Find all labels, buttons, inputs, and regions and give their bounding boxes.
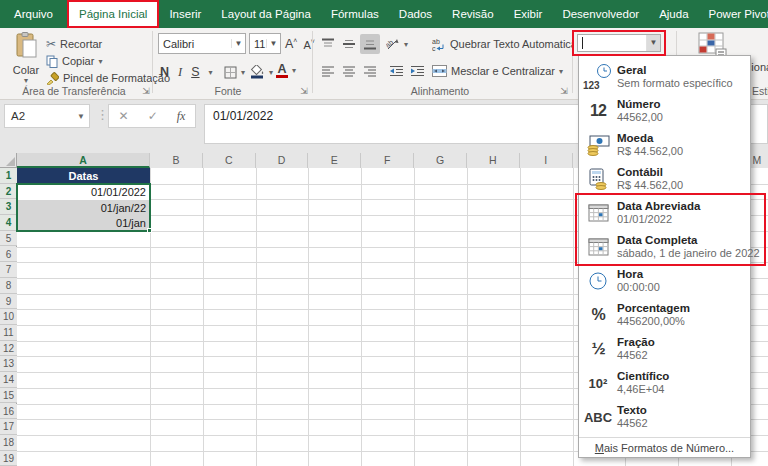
align-center-button[interactable] xyxy=(339,61,359,81)
underline-dropdown-arrow[interactable]: ▾ xyxy=(209,68,213,77)
decrease-indent-button[interactable] xyxy=(386,61,406,81)
row-header-2[interactable]: 2 xyxy=(0,184,17,200)
tab-revisao[interactable]: Revisão xyxy=(442,0,504,28)
menu-item-general[interactable]: 123 GeralSem formato específico xyxy=(579,60,750,94)
menu-item-long-date[interactable]: Data Completasábado, 1 de janeiro de 202… xyxy=(579,230,750,264)
orientation-button[interactable]: ab ▾ xyxy=(386,36,408,52)
tab-arquivo[interactable]: Arquivo xyxy=(0,0,67,28)
underline-button[interactable]: S xyxy=(191,65,199,79)
align-right-button[interactable] xyxy=(360,61,380,81)
tab-inserir[interactable]: Inserir xyxy=(159,0,211,28)
cell-A1[interactable]: Datas xyxy=(17,168,150,184)
fill-handle[interactable] xyxy=(147,228,152,233)
row-header-6[interactable]: 6 xyxy=(0,247,17,263)
font-dialog-launcher[interactable]: ⇲ xyxy=(298,85,310,97)
orientation-dropdown-arrow[interactable]: ▾ xyxy=(404,40,408,49)
menu-item-text[interactable]: ABC Texto44562 xyxy=(579,400,750,434)
row-header-12[interactable]: 12 xyxy=(0,341,17,357)
cell-A2-active[interactable]: 01/01/2022 xyxy=(17,184,150,200)
tab-ajuda[interactable]: Ajuda xyxy=(649,0,698,28)
font-size-dropdown-arrow[interactable]: ▼ xyxy=(266,39,280,48)
tab-formulas[interactable]: Fórmulas xyxy=(321,0,389,28)
tab-power-pivot[interactable]: Power Pivot xyxy=(699,0,768,28)
menu-item-short-date[interactable]: Data Abreviada01/01/2022 xyxy=(579,196,750,230)
tab-exibir[interactable]: Exibir xyxy=(504,0,553,28)
align-middle-button[interactable] xyxy=(339,34,359,54)
row-header-9[interactable]: 9 xyxy=(0,294,17,310)
more-number-formats[interactable]: Mais Formatos de Número... xyxy=(579,437,750,458)
row-header-11[interactable]: 11 xyxy=(0,325,17,341)
menu-item-percentage[interactable]: % Porcentagem4456200,00% xyxy=(579,298,750,332)
copy-button[interactable]: Copiar ▾ xyxy=(46,53,102,69)
paste-button[interactable]: Colar ▾ xyxy=(6,32,46,84)
font-name-dropdown-arrow[interactable]: ▼ xyxy=(231,39,245,48)
row-header-10[interactable]: 10 xyxy=(0,309,17,325)
grow-font-button[interactable]: A˄ xyxy=(285,37,297,51)
font-color-button[interactable]: A ▾ xyxy=(276,62,296,78)
font-name-combo[interactable]: Calibri ▼ xyxy=(158,33,246,54)
menu-item-scientific[interactable]: 10² Científico4,46E+04 xyxy=(579,366,750,400)
row-header-5[interactable]: 5 xyxy=(0,231,17,247)
column-header-D[interactable]: D xyxy=(256,153,309,168)
borders-dropdown-arrow[interactable]: ▾ xyxy=(241,68,245,77)
bold-button[interactable]: N xyxy=(160,65,169,79)
fill-color-dropdown-arrow[interactable]: ▾ xyxy=(269,68,273,77)
name-box-dropdown-arrow[interactable]: ▼ xyxy=(73,112,89,121)
row-header-1[interactable]: 1 xyxy=(0,168,17,184)
column-header-A[interactable]: A xyxy=(17,153,150,168)
column-header-I[interactable]: I xyxy=(520,153,573,168)
align-top-button[interactable] xyxy=(318,34,338,54)
tab-pagina-inicial[interactable]: Página Inicial xyxy=(67,0,159,28)
menu-item-number[interactable]: 12 Número44562,00 xyxy=(579,94,750,128)
align-bottom-button[interactable] xyxy=(360,34,380,54)
row-header-4[interactable]: 4 xyxy=(0,215,17,231)
column-header-C[interactable]: C xyxy=(203,153,256,168)
tab-desenvolvedor[interactable]: Desenvolvedor xyxy=(552,0,649,28)
column-header-H[interactable]: H xyxy=(467,153,520,168)
shrink-font-button[interactable]: A˅ xyxy=(303,38,314,51)
increase-indent-button[interactable] xyxy=(407,61,427,81)
clipboard-dialog-launcher[interactable]: ⇲ xyxy=(140,85,152,97)
row-header-13[interactable]: 13 xyxy=(0,356,17,372)
name-box[interactable]: A2 ▼ xyxy=(4,104,90,128)
row-header-15[interactable]: 15 xyxy=(0,388,17,404)
font-color-dropdown-arrow[interactable]: ▾ xyxy=(292,66,296,75)
cancel-icon[interactable]: ✕ xyxy=(119,109,129,123)
column-header-G[interactable]: G xyxy=(414,153,467,168)
menu-item-time[interactable]: Hora00:00:00 xyxy=(579,264,750,298)
cut-button[interactable]: ✂ Recortar xyxy=(46,36,102,52)
row-header-8[interactable]: 8 xyxy=(0,278,17,294)
merge-center-button[interactable]: Mesclar e Centralizar ▾ xyxy=(432,63,563,79)
paste-dropdown-arrow[interactable]: ▾ xyxy=(6,76,46,85)
fill-color-button[interactable]: ▾ xyxy=(250,64,273,80)
column-header-E[interactable]: E xyxy=(308,153,361,168)
borders-button[interactable]: ▾ xyxy=(224,64,245,80)
font-size-combo[interactable]: 11 ▼ xyxy=(249,33,281,54)
menu-item-currency[interactable]: MoedaR$ 44.562,00 xyxy=(579,128,750,162)
cell-A4[interactable]: 01/jan xyxy=(17,215,150,231)
row-header-18[interactable]: 18 xyxy=(0,435,17,451)
insert-function-icon[interactable]: fx xyxy=(177,109,186,124)
merge-dropdown-arrow[interactable]: ▾ xyxy=(559,67,563,76)
enter-icon[interactable]: ✓ xyxy=(148,109,158,123)
column-header-F[interactable]: F xyxy=(361,153,414,168)
row-header-16[interactable]: 16 xyxy=(0,404,17,420)
row-header-14[interactable]: 14 xyxy=(0,372,17,388)
copy-dropdown-arrow[interactable]: ▾ xyxy=(98,57,102,66)
row-header-17[interactable]: 17 xyxy=(0,419,17,435)
column-header-B[interactable]: B xyxy=(150,153,203,168)
row-header-3[interactable]: 3 xyxy=(0,199,17,215)
cell-A3[interactable]: 01/jan/22 xyxy=(17,200,150,216)
select-all-corner[interactable] xyxy=(0,153,17,168)
alignment-dialog-launcher[interactable]: ⇲ xyxy=(558,85,570,97)
row-header-19[interactable]: 19 xyxy=(0,451,17,466)
italic-button[interactable]: I xyxy=(178,65,182,80)
number-format-dropdown-arrow[interactable]: ▼ xyxy=(646,35,660,51)
row-header-7[interactable]: 7 xyxy=(0,262,17,278)
menu-item-fraction[interactable]: ½ Fração44562 xyxy=(579,332,750,366)
tab-dados[interactable]: Dados xyxy=(389,0,442,28)
number-format-combo[interactable]: ▼ xyxy=(577,34,661,52)
tab-layout-da-pagina[interactable]: Layout da Página xyxy=(211,0,321,28)
menu-item-accounting[interactable]: ContábilR$ 44.562,00 xyxy=(579,162,750,196)
align-left-button[interactable] xyxy=(318,61,338,81)
